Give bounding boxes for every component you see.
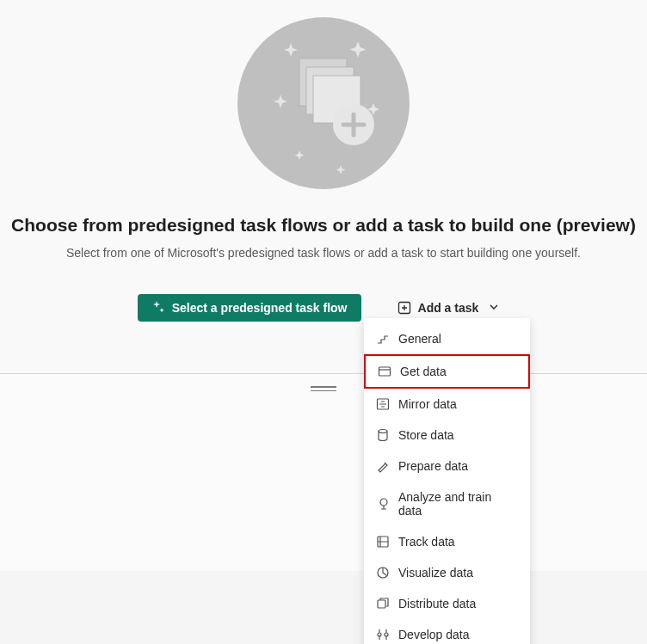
dropdown-item-general[interactable]: General bbox=[364, 323, 530, 354]
add-task-dropdown: GeneralGet dataMirror dataStore dataPrep… bbox=[364, 318, 530, 644]
analyze-icon bbox=[376, 497, 390, 511]
drag-handle[interactable] bbox=[311, 386, 336, 391]
dropdown-item-get-data[interactable]: Get data bbox=[364, 354, 530, 389]
develop-icon bbox=[376, 628, 390, 641]
dropdown-item-develop-data[interactable]: Develop data bbox=[364, 619, 530, 644]
store-icon bbox=[376, 428, 390, 442]
dropdown-item-label: Prepare data bbox=[398, 459, 468, 473]
mirror-icon bbox=[376, 397, 390, 411]
add-task-label: Add a task bbox=[418, 301, 479, 315]
prepare-icon bbox=[376, 459, 390, 473]
dropdown-item-mirror-data[interactable]: Mirror data bbox=[364, 389, 530, 420]
select-predesigned-label: Select a predesigned task flow bbox=[172, 301, 348, 315]
dropdown-item-label: Distribute data bbox=[398, 597, 476, 610]
page-title: Choose from predesigned task flows or ad… bbox=[0, 215, 647, 236]
dropdown-item-distribute-data[interactable]: Distribute data bbox=[364, 588, 530, 619]
page-subtitle: Select from one of Microsoft's predesign… bbox=[0, 246, 647, 260]
get-data-icon bbox=[378, 365, 391, 378]
dropdown-item-visualize-data[interactable]: Visualize data bbox=[364, 557, 530, 588]
step-icon bbox=[376, 332, 390, 346]
track-icon bbox=[376, 535, 390, 549]
dropdown-item-analyze-and-train-data[interactable]: Analyze and train data bbox=[364, 481, 530, 526]
dropdown-item-label: General bbox=[398, 332, 441, 346]
hero-illustration bbox=[237, 17, 410, 189]
svg-point-8 bbox=[379, 430, 387, 433]
dropdown-item-prepare-data[interactable]: Prepare data bbox=[364, 451, 530, 481]
svg-rect-6 bbox=[379, 367, 391, 376]
dropdown-item-label: Visualize data bbox=[398, 566, 473, 580]
visualize-icon bbox=[376, 566, 390, 580]
dropdown-item-label: Analyze and train data bbox=[398, 490, 518, 518]
dropdown-item-label: Get data bbox=[400, 365, 447, 378]
svg-rect-12 bbox=[378, 600, 385, 608]
dropdown-item-label: Store data bbox=[398, 428, 454, 442]
dropdown-item-store-data[interactable]: Store data bbox=[364, 420, 530, 451]
chevron-down-icon bbox=[489, 301, 499, 315]
sparkle-icon bbox=[151, 301, 165, 315]
dropdown-item-track-data[interactable]: Track data bbox=[364, 526, 530, 557]
dropdown-item-label: Track data bbox=[398, 535, 455, 549]
plus-square-icon bbox=[397, 301, 411, 315]
select-predesigned-button[interactable]: Select a predesigned task flow bbox=[138, 294, 361, 322]
dropdown-item-label: Develop data bbox=[398, 628, 470, 641]
distribute-icon bbox=[376, 597, 390, 610]
svg-point-9 bbox=[380, 499, 387, 506]
dropdown-item-label: Mirror data bbox=[398, 397, 457, 411]
